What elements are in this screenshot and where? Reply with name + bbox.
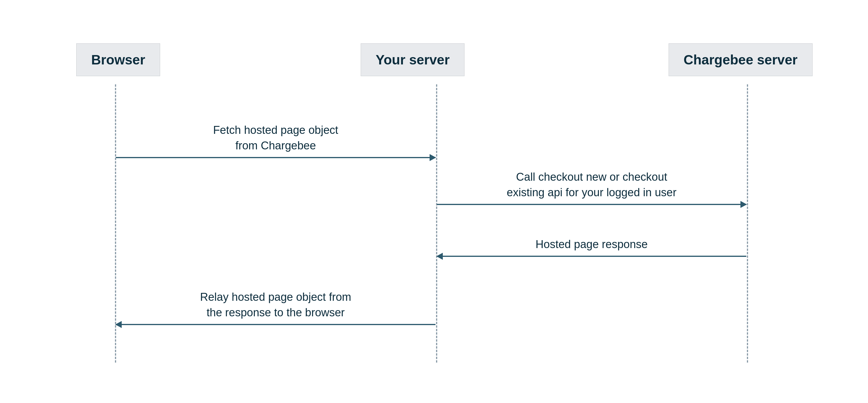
message-fetch-hosted-page: Fetch hosted page object from Chargebee	[116, 123, 435, 158]
actor-your-server-label: Your server	[376, 52, 450, 67]
lifeline-chargebee	[747, 85, 748, 363]
message-fetch-hosted-page-label: Fetch hosted page object from Chargebee	[116, 123, 435, 154]
message-relay-hosted-page-label: Relay hosted page object from the respon…	[116, 289, 435, 321]
message-call-checkout: Call checkout new or checkout existing a…	[437, 169, 746, 205]
sequence-diagram: Browser Your server Chargebee server Fet…	[53, 26, 815, 377]
message-relay-hosted-page: Relay hosted page object from the respon…	[116, 289, 435, 325]
message-call-checkout-label: Call checkout new or checkout existing a…	[437, 169, 746, 200]
actor-chargebee-server: Chargebee server	[669, 43, 813, 76]
arrow-browser-to-server	[116, 157, 435, 158]
actor-chargebee-server-label: Chargebee server	[684, 52, 798, 67]
lifeline-your-server	[436, 85, 437, 363]
message-hosted-page-response: Hosted page response	[437, 237, 746, 257]
actor-browser-label: Browser	[91, 52, 145, 67]
message-hosted-page-response-label: Hosted page response	[437, 237, 746, 252]
arrow-server-to-chargebee	[437, 204, 746, 205]
actor-browser: Browser	[76, 43, 160, 76]
arrow-chargebee-to-server	[437, 256, 746, 257]
actor-your-server: Your server	[361, 43, 465, 76]
arrow-server-to-browser	[116, 324, 435, 325]
